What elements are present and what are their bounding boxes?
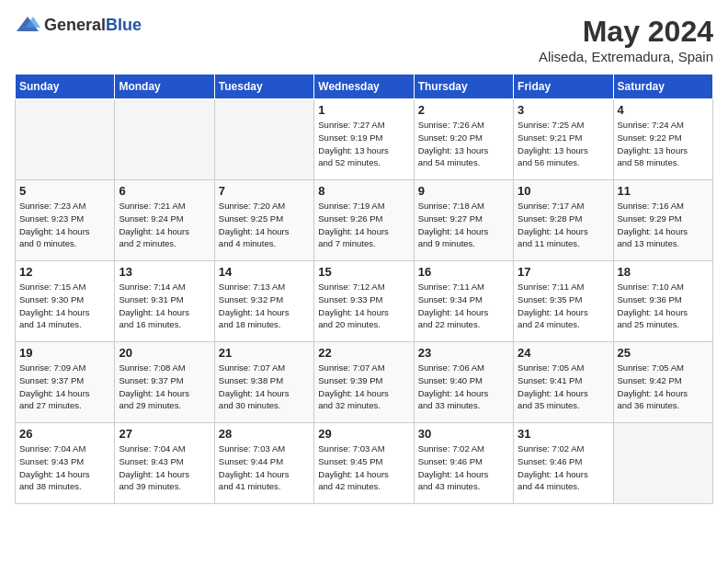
calendar-cell: 29Sunrise: 7:03 AM Sunset: 9:45 PM Dayli…	[314, 423, 414, 504]
week-row-3: 12Sunrise: 7:15 AM Sunset: 9:30 PM Dayli…	[16, 261, 713, 342]
day-info: Sunrise: 7:27 AM Sunset: 9:19 PM Dayligh…	[318, 119, 409, 169]
calendar-cell: 22Sunrise: 7:07 AM Sunset: 9:39 PM Dayli…	[314, 342, 414, 423]
dow-header-thursday: Thursday	[414, 75, 513, 99]
day-info: Sunrise: 7:20 AM Sunset: 9:25 PM Dayligh…	[219, 200, 310, 250]
logo-text-general: General	[44, 16, 106, 34]
calendar-cell	[16, 99, 115, 180]
day-number: 15	[318, 265, 409, 279]
calendar-cell: 5Sunrise: 7:23 AM Sunset: 9:23 PM Daylig…	[16, 180, 115, 261]
calendar-cell: 6Sunrise: 7:21 AM Sunset: 9:24 PM Daylig…	[115, 180, 214, 261]
day-number: 5	[19, 184, 110, 198]
calendar-cell: 17Sunrise: 7:11 AM Sunset: 9:35 PM Dayli…	[514, 261, 613, 342]
day-info: Sunrise: 7:05 AM Sunset: 9:42 PM Dayligh…	[618, 362, 709, 412]
day-number: 3	[518, 103, 609, 117]
day-info: Sunrise: 7:26 AM Sunset: 9:20 PM Dayligh…	[418, 119, 509, 169]
calendar-cell: 26Sunrise: 7:04 AM Sunset: 9:43 PM Dayli…	[16, 423, 115, 504]
days-of-week-row: SundayMondayTuesdayWednesdayThursdayFrid…	[16, 75, 713, 99]
day-number: 2	[418, 103, 509, 117]
dow-header-wednesday: Wednesday	[314, 75, 414, 99]
day-number: 19	[19, 346, 110, 360]
calendar-body: 1Sunrise: 7:27 AM Sunset: 9:19 PM Daylig…	[16, 99, 713, 504]
day-info: Sunrise: 7:07 AM Sunset: 9:38 PM Dayligh…	[219, 362, 310, 412]
calendar-cell: 23Sunrise: 7:06 AM Sunset: 9:40 PM Dayli…	[414, 342, 513, 423]
month-title: May 2024	[539, 15, 713, 49]
day-info: Sunrise: 7:15 AM Sunset: 9:30 PM Dayligh…	[19, 281, 110, 331]
calendar-table: SundayMondayTuesdayWednesdayThursdayFrid…	[15, 74, 713, 504]
day-info: Sunrise: 7:19 AM Sunset: 9:26 PM Dayligh…	[318, 200, 409, 250]
calendar-cell: 21Sunrise: 7:07 AM Sunset: 9:38 PM Dayli…	[214, 342, 313, 423]
day-number: 13	[119, 265, 210, 279]
day-number: 11	[618, 184, 709, 198]
title-block: May 2024 Aliseda, Extremadura, Spain	[539, 15, 713, 64]
day-number: 8	[318, 184, 409, 198]
location-title: Aliseda, Extremadura, Spain	[539, 49, 713, 64]
calendar-cell	[214, 99, 313, 180]
dow-header-sunday: Sunday	[16, 75, 115, 99]
calendar-cell	[115, 99, 214, 180]
day-info: Sunrise: 7:25 AM Sunset: 9:21 PM Dayligh…	[518, 119, 609, 169]
day-number: 16	[418, 265, 509, 279]
day-number: 26	[19, 427, 110, 441]
day-number: 25	[618, 346, 709, 360]
day-number: 6	[119, 184, 210, 198]
day-info: Sunrise: 7:10 AM Sunset: 9:36 PM Dayligh…	[618, 281, 709, 331]
day-number: 24	[518, 346, 609, 360]
week-row-2: 5Sunrise: 7:23 AM Sunset: 9:23 PM Daylig…	[16, 180, 713, 261]
logo: GeneralBlue	[15, 15, 142, 35]
day-number: 20	[119, 346, 210, 360]
day-info: Sunrise: 7:08 AM Sunset: 9:37 PM Dayligh…	[119, 362, 210, 412]
week-row-1: 1Sunrise: 7:27 AM Sunset: 9:19 PM Daylig…	[16, 99, 713, 180]
day-info: Sunrise: 7:23 AM Sunset: 9:23 PM Dayligh…	[19, 200, 110, 250]
day-number: 7	[219, 184, 310, 198]
calendar-cell: 7Sunrise: 7:20 AM Sunset: 9:25 PM Daylig…	[214, 180, 313, 261]
day-info: Sunrise: 7:17 AM Sunset: 9:28 PM Dayligh…	[518, 200, 609, 250]
day-number: 28	[219, 427, 310, 441]
day-number: 9	[418, 184, 509, 198]
page-header: GeneralBlue May 2024 Aliseda, Extremadur…	[15, 15, 713, 64]
day-info: Sunrise: 7:12 AM Sunset: 9:33 PM Dayligh…	[318, 281, 409, 331]
day-info: Sunrise: 7:16 AM Sunset: 9:29 PM Dayligh…	[618, 200, 709, 250]
day-number: 21	[219, 346, 310, 360]
week-row-4: 19Sunrise: 7:09 AM Sunset: 9:37 PM Dayli…	[16, 342, 713, 423]
calendar-cell: 13Sunrise: 7:14 AM Sunset: 9:31 PM Dayli…	[115, 261, 214, 342]
calendar-cell	[613, 423, 712, 504]
calendar-cell: 28Sunrise: 7:03 AM Sunset: 9:44 PM Dayli…	[214, 423, 313, 504]
day-number: 1	[318, 103, 409, 117]
day-info: Sunrise: 7:11 AM Sunset: 9:34 PM Dayligh…	[418, 281, 509, 331]
day-number: 31	[518, 427, 609, 441]
calendar-cell: 16Sunrise: 7:11 AM Sunset: 9:34 PM Dayli…	[414, 261, 513, 342]
calendar-cell: 12Sunrise: 7:15 AM Sunset: 9:30 PM Dayli…	[16, 261, 115, 342]
day-number: 14	[219, 265, 310, 279]
calendar-cell: 19Sunrise: 7:09 AM Sunset: 9:37 PM Dayli…	[16, 342, 115, 423]
day-info: Sunrise: 7:18 AM Sunset: 9:27 PM Dayligh…	[418, 200, 509, 250]
calendar-cell: 1Sunrise: 7:27 AM Sunset: 9:19 PM Daylig…	[314, 99, 414, 180]
day-info: Sunrise: 7:09 AM Sunset: 9:37 PM Dayligh…	[19, 362, 110, 412]
week-row-5: 26Sunrise: 7:04 AM Sunset: 9:43 PM Dayli…	[16, 423, 713, 504]
day-info: Sunrise: 7:02 AM Sunset: 9:46 PM Dayligh…	[518, 442, 609, 493]
calendar-cell: 31Sunrise: 7:02 AM Sunset: 9:46 PM Dayli…	[514, 423, 613, 504]
day-info: Sunrise: 7:02 AM Sunset: 9:46 PM Dayligh…	[418, 442, 509, 493]
logo-icon	[15, 15, 40, 35]
day-number: 30	[418, 427, 509, 441]
day-info: Sunrise: 7:13 AM Sunset: 9:32 PM Dayligh…	[219, 281, 310, 331]
calendar-cell: 8Sunrise: 7:19 AM Sunset: 9:26 PM Daylig…	[314, 180, 414, 261]
day-info: Sunrise: 7:24 AM Sunset: 9:22 PM Dayligh…	[618, 119, 709, 169]
day-number: 17	[518, 265, 609, 279]
calendar-cell: 30Sunrise: 7:02 AM Sunset: 9:46 PM Dayli…	[414, 423, 513, 504]
dow-header-friday: Friday	[514, 75, 613, 99]
day-number: 4	[618, 103, 709, 117]
day-info: Sunrise: 7:11 AM Sunset: 9:35 PM Dayligh…	[518, 281, 609, 331]
dow-header-monday: Monday	[115, 75, 214, 99]
day-info: Sunrise: 7:04 AM Sunset: 9:43 PM Dayligh…	[119, 442, 210, 493]
day-number: 10	[518, 184, 609, 198]
calendar-cell: 11Sunrise: 7:16 AM Sunset: 9:29 PM Dayli…	[613, 180, 712, 261]
day-info: Sunrise: 7:05 AM Sunset: 9:41 PM Dayligh…	[518, 362, 609, 412]
calendar-cell: 4Sunrise: 7:24 AM Sunset: 9:22 PM Daylig…	[613, 99, 712, 180]
calendar-cell: 24Sunrise: 7:05 AM Sunset: 9:41 PM Dayli…	[514, 342, 613, 423]
day-number: 29	[318, 427, 409, 441]
day-number: 22	[318, 346, 409, 360]
day-number: 27	[119, 427, 210, 441]
day-info: Sunrise: 7:07 AM Sunset: 9:39 PM Dayligh…	[318, 362, 409, 412]
day-number: 23	[418, 346, 509, 360]
calendar-cell: 14Sunrise: 7:13 AM Sunset: 9:32 PM Dayli…	[214, 261, 313, 342]
